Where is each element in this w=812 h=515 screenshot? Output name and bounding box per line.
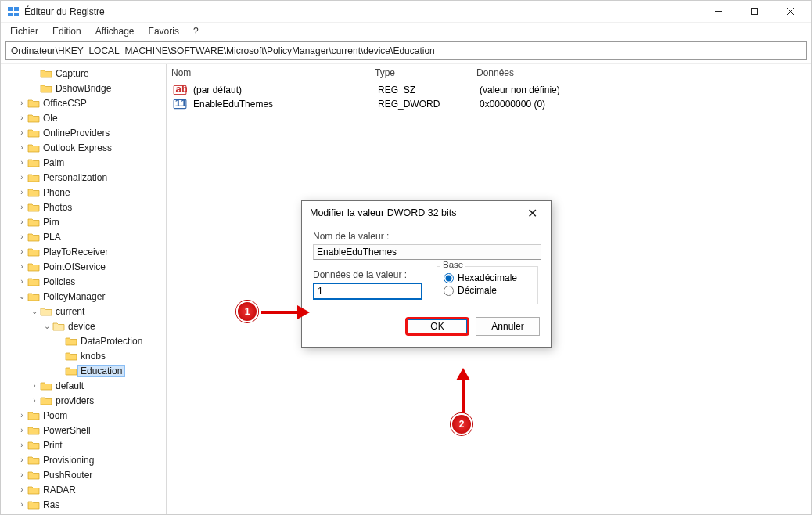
folder-icon [27, 247, 40, 258]
cancel-button[interactable]: Annuler [476, 317, 540, 336]
chevron-icon[interactable]: › [16, 411, 27, 420]
tree-item[interactable]: ›Outlook Express [2, 140, 166, 155]
tree-item[interactable]: knobs [2, 348, 166, 363]
chevron-icon[interactable]: › [16, 485, 27, 494]
tree-item[interactable]: Capture [2, 66, 166, 81]
tree-item[interactable]: ›RcsPresence [2, 512, 166, 514]
folder-icon [40, 380, 52, 391]
chevron-icon[interactable]: › [16, 99, 27, 107]
radio-dec[interactable]: Décimale [444, 285, 531, 296]
minimize-button[interactable] [700, 1, 736, 23]
maximize-button[interactable] [736, 1, 772, 23]
dialog-close-button[interactable]: ✕ [521, 206, 543, 221]
tree-item[interactable]: ›Poom [2, 408, 166, 423]
chevron-icon[interactable]: › [16, 128, 27, 137]
menu-fav[interactable]: Favoris [142, 24, 185, 38]
menu-file[interactable]: Fichier [4, 24, 45, 38]
chevron-icon[interactable]: › [16, 188, 27, 196]
tree-item-label: Provisioning [40, 455, 94, 466]
tree-item[interactable]: ›OnlineProviders [2, 125, 166, 140]
chevron-icon[interactable]: › [16, 262, 27, 271]
chevron-icon[interactable]: › [16, 441, 27, 449]
tree-item[interactable]: ›Print [2, 438, 166, 452]
ok-button[interactable]: OK [405, 317, 469, 336]
col-data[interactable]: Données [472, 67, 811, 78]
menu-edit[interactable]: Edition [46, 24, 88, 38]
tree-item[interactable]: ›Ras [2, 497, 166, 512]
tree-item[interactable]: ›PowerShell [2, 423, 166, 438]
tree-item[interactable]: ⌄device [2, 319, 166, 333]
tree-item[interactable]: ›Ole [2, 110, 166, 125]
chevron-icon[interactable]: › [16, 218, 27, 226]
chevron-icon[interactable]: › [16, 500, 27, 509]
chevron-icon[interactable]: › [16, 247, 27, 256]
tree-item-label: DataProtection [77, 336, 142, 347]
value-type: REG_SZ [373, 85, 475, 95]
tree-item[interactable]: DataProtection [2, 333, 166, 348]
callout-1: 1 [236, 301, 258, 322]
chevron-icon[interactable]: ⌄ [16, 292, 27, 301]
tree-item[interactable]: ›Palm [2, 155, 166, 170]
tree-view[interactable]: CaptureDshowBridge›OfficeCSP›Ole›OnlineP… [1, 64, 167, 514]
tree-item-label: RcsPresence [40, 514, 99, 515]
chevron-icon[interactable]: › [16, 143, 27, 152]
chevron-icon[interactable]: › [16, 470, 27, 479]
col-type[interactable]: Type [370, 67, 472, 78]
arrow-2 [455, 368, 473, 415]
menu-help[interactable]: ? [187, 24, 205, 38]
value-name-field[interactable]: EnableEduThemes [313, 244, 541, 260]
value-row[interactable]: 110EnableEduThemesREG_DWORD0x00000000 (0… [167, 97, 811, 111]
svg-rect-1 [14, 7, 19, 11]
tree-item[interactable]: ›PushRouter [2, 467, 166, 482]
value-type: REG_DWORD [373, 99, 475, 110]
tree-item[interactable]: ›OfficeCSP [2, 95, 166, 110]
tree-item[interactable]: ›Provisioning [2, 452, 166, 467]
tree-item[interactable]: Education [2, 363, 166, 378]
tree-item-label: device [65, 321, 95, 332]
tree-item-label: Pim [40, 217, 59, 228]
chevron-icon[interactable]: › [16, 203, 27, 211]
close-button[interactable] [772, 1, 808, 23]
chevron-icon[interactable]: › [16, 456, 27, 464]
chevron-icon[interactable]: › [16, 232, 27, 241]
tree-item-label: Capture [52, 68, 89, 79]
tree-item[interactable]: ›PlayToReceiver [2, 244, 166, 259]
value-data-input[interactable] [313, 283, 422, 300]
tree-item[interactable]: ⌄PolicyManager [2, 289, 166, 304]
tree-item[interactable]: ›RADAR [2, 482, 166, 497]
tree-item-label: DshowBridge [52, 83, 111, 94]
radio-hex[interactable]: Hexadécimale [444, 272, 531, 283]
chevron-icon[interactable]: ⌄ [41, 322, 52, 330]
tree-item[interactable]: ›Policies [2, 274, 166, 289]
chevron-icon[interactable]: › [16, 113, 27, 122]
svg-marker-13 [297, 305, 310, 319]
tree-item[interactable]: ›Phone [2, 185, 166, 200]
tree-item[interactable]: ›Personalization [2, 170, 166, 185]
tree-item[interactable]: ›default [2, 378, 166, 393]
chevron-icon[interactable]: › [16, 173, 27, 182]
value-row[interactable]: ab(par défaut)REG_SZ(valeur non définie) [167, 83, 811, 97]
value-data: (valeur non définie) [475, 85, 565, 95]
tree-item[interactable]: ⌄current [2, 304, 166, 319]
tree-item[interactable]: ›Photos [2, 200, 166, 214]
chevron-icon[interactable]: › [29, 396, 40, 405]
tree-item[interactable]: ›providers [2, 393, 166, 408]
svg-marker-15 [456, 368, 470, 380]
chevron-icon[interactable]: ⌄ [29, 307, 40, 315]
value-name: EnableEduThemes [189, 99, 373, 110]
chevron-icon[interactable]: › [16, 426, 27, 434]
chevron-icon[interactable]: › [29, 381, 40, 390]
tree-item-label: PlayToReceiver [40, 247, 108, 258]
folder-icon [65, 336, 77, 347]
tree-item[interactable]: ›PointOfService [2, 259, 166, 274]
chevron-icon[interactable]: › [16, 277, 27, 286]
col-name[interactable]: Nom [167, 67, 370, 78]
tree-item-label: default [52, 380, 84, 391]
address-bar[interactable]: Ordinateur\HKEY_LOCAL_MACHINE\SOFTWARE\M… [5, 41, 807, 60]
svg-rect-2 [8, 13, 13, 16]
chevron-icon[interactable]: › [16, 158, 27, 167]
tree-item[interactable]: DshowBridge [2, 81, 166, 95]
menu-view[interactable]: Affichage [89, 24, 141, 38]
tree-item[interactable]: ›PLA [2, 229, 166, 244]
tree-item[interactable]: ›Pim [2, 214, 166, 229]
